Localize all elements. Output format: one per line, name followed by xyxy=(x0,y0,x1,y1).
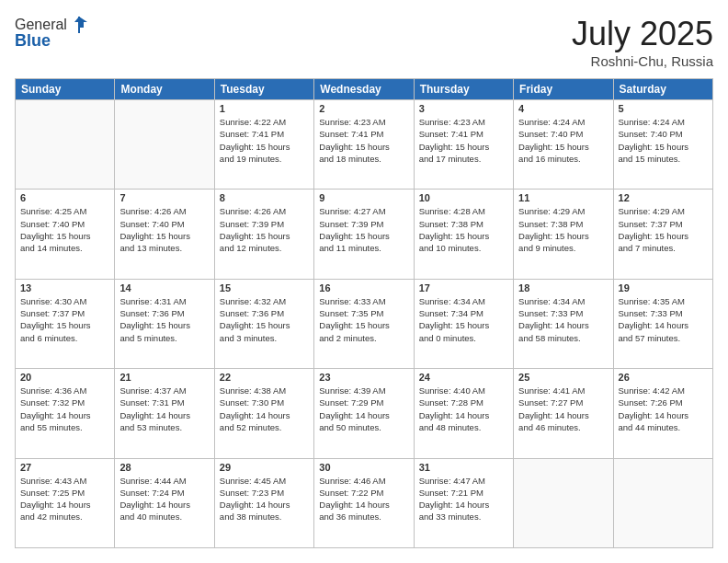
day-info: Sunrise: 4:26 AM Sunset: 7:40 PM Dayligh… xyxy=(119,205,209,254)
day-number: 27 xyxy=(20,462,109,473)
table-row: 10Sunrise: 4:28 AM Sunset: 7:38 PM Dayli… xyxy=(414,190,513,279)
table-row: 12Sunrise: 4:29 AM Sunset: 7:37 PM Dayli… xyxy=(613,190,712,279)
calendar-header-row: Sunday Monday Tuesday Wednesday Thursday… xyxy=(16,79,713,100)
day-info: Sunrise: 4:33 AM Sunset: 7:35 PM Dayligh… xyxy=(319,295,408,344)
day-number: 28 xyxy=(119,462,209,473)
day-number: 13 xyxy=(20,282,109,293)
day-info: Sunrise: 4:34 AM Sunset: 7:34 PM Dayligh… xyxy=(419,295,508,344)
table-row: 4Sunrise: 4:24 AM Sunset: 7:40 PM Daylig… xyxy=(514,100,613,190)
day-info: Sunrise: 4:30 AM Sunset: 7:37 PM Dayligh… xyxy=(20,295,109,344)
table-row: 21Sunrise: 4:37 AM Sunset: 7:31 PM Dayli… xyxy=(115,369,214,458)
day-number: 29 xyxy=(220,462,309,473)
col-wednesday: Wednesday xyxy=(314,79,414,100)
day-number: 19 xyxy=(619,282,708,293)
calendar-table: Sunday Monday Tuesday Wednesday Thursday… xyxy=(15,78,713,548)
day-number: 21 xyxy=(119,372,209,383)
day-info: Sunrise: 4:29 AM Sunset: 7:38 PM Dayligh… xyxy=(518,205,608,254)
day-number: 26 xyxy=(619,372,708,383)
table-row: 14Sunrise: 4:31 AM Sunset: 7:36 PM Dayli… xyxy=(115,279,214,368)
table-row: 31Sunrise: 4:47 AM Sunset: 7:21 PM Dayli… xyxy=(414,458,513,547)
day-number: 24 xyxy=(419,372,508,383)
day-number: 10 xyxy=(419,192,508,203)
day-info: Sunrise: 4:26 AM Sunset: 7:39 PM Dayligh… xyxy=(220,205,309,254)
day-info: Sunrise: 4:46 AM Sunset: 7:22 PM Dayligh… xyxy=(319,475,408,523)
day-info: Sunrise: 4:24 AM Sunset: 7:40 PM Dayligh… xyxy=(619,116,708,165)
day-info: Sunrise: 4:47 AM Sunset: 7:21 PM Dayligh… xyxy=(419,475,508,523)
day-number: 14 xyxy=(119,282,209,293)
table-row: 3Sunrise: 4:23 AM Sunset: 7:41 PM Daylig… xyxy=(414,100,513,190)
day-number: 18 xyxy=(518,282,608,293)
calendar-week-row: 27Sunrise: 4:43 AM Sunset: 7:25 PM Dayli… xyxy=(16,458,713,547)
day-info: Sunrise: 4:44 AM Sunset: 7:24 PM Dayligh… xyxy=(119,475,209,523)
day-number: 2 xyxy=(319,103,408,114)
title-location: Roshni-Chu, Russia xyxy=(572,53,713,69)
day-info: Sunrise: 4:25 AM Sunset: 7:40 PM Dayligh… xyxy=(20,205,109,254)
table-row: 26Sunrise: 4:42 AM Sunset: 7:26 PM Dayli… xyxy=(613,369,712,458)
day-info: Sunrise: 4:42 AM Sunset: 7:26 PM Dayligh… xyxy=(619,385,708,433)
day-info: Sunrise: 4:36 AM Sunset: 7:32 PM Dayligh… xyxy=(20,385,109,433)
table-row: 17Sunrise: 4:34 AM Sunset: 7:34 PM Dayli… xyxy=(414,279,513,368)
col-saturday: Saturday xyxy=(613,79,712,100)
svg-marker-0 xyxy=(74,17,87,28)
day-number: 7 xyxy=(119,192,209,203)
table-row: 18Sunrise: 4:34 AM Sunset: 7:33 PM Dayli… xyxy=(514,279,613,368)
table-row: 11Sunrise: 4:29 AM Sunset: 7:38 PM Dayli… xyxy=(514,190,613,279)
table-row: 19Sunrise: 4:35 AM Sunset: 7:33 PM Dayli… xyxy=(613,279,712,368)
table-row: 20Sunrise: 4:36 AM Sunset: 7:32 PM Dayli… xyxy=(16,369,115,458)
table-row: 23Sunrise: 4:39 AM Sunset: 7:29 PM Dayli… xyxy=(314,369,414,458)
table-row: 29Sunrise: 4:45 AM Sunset: 7:23 PM Dayli… xyxy=(214,458,313,547)
day-info: Sunrise: 4:45 AM Sunset: 7:23 PM Dayligh… xyxy=(220,475,309,523)
page: General Blue July 2025 Roshni-Chu, Russi… xyxy=(0,0,728,563)
header: General Blue July 2025 Roshni-Chu, Russi… xyxy=(15,15,713,69)
table-row: 2Sunrise: 4:23 AM Sunset: 7:41 PM Daylig… xyxy=(314,100,414,190)
calendar-week-row: 20Sunrise: 4:36 AM Sunset: 7:32 PM Dayli… xyxy=(16,369,713,458)
calendar-week-row: 6Sunrise: 4:25 AM Sunset: 7:40 PM Daylig… xyxy=(16,190,713,279)
table-row: 13Sunrise: 4:30 AM Sunset: 7:37 PM Dayli… xyxy=(16,279,115,368)
col-friday: Friday xyxy=(514,79,613,100)
table-row xyxy=(514,458,613,547)
title-block: July 2025 Roshni-Chu, Russia xyxy=(572,15,713,69)
table-row: 1Sunrise: 4:22 AM Sunset: 7:41 PM Daylig… xyxy=(214,100,313,190)
day-number: 6 xyxy=(20,192,109,203)
svg-rect-1 xyxy=(78,17,80,33)
day-number: 16 xyxy=(319,282,408,293)
table-row: 8Sunrise: 4:26 AM Sunset: 7:39 PM Daylig… xyxy=(214,190,313,279)
table-row: 25Sunrise: 4:41 AM Sunset: 7:27 PM Dayli… xyxy=(514,369,613,458)
logo: General Blue xyxy=(15,15,89,51)
col-tuesday: Tuesday xyxy=(214,79,313,100)
day-info: Sunrise: 4:43 AM Sunset: 7:25 PM Dayligh… xyxy=(20,475,109,523)
day-number: 23 xyxy=(319,372,408,383)
table-row: 24Sunrise: 4:40 AM Sunset: 7:28 PM Dayli… xyxy=(414,369,513,458)
day-number: 9 xyxy=(319,192,408,203)
day-number: 12 xyxy=(619,192,708,203)
day-number: 30 xyxy=(319,462,408,473)
table-row xyxy=(16,100,115,190)
table-row: 9Sunrise: 4:27 AM Sunset: 7:39 PM Daylig… xyxy=(314,190,414,279)
day-info: Sunrise: 4:23 AM Sunset: 7:41 PM Dayligh… xyxy=(319,116,408,165)
table-row: 5Sunrise: 4:24 AM Sunset: 7:40 PM Daylig… xyxy=(613,100,712,190)
day-info: Sunrise: 4:40 AM Sunset: 7:28 PM Dayligh… xyxy=(419,385,508,433)
table-row: 27Sunrise: 4:43 AM Sunset: 7:25 PM Dayli… xyxy=(16,458,115,547)
day-info: Sunrise: 4:39 AM Sunset: 7:29 PM Dayligh… xyxy=(319,385,408,433)
day-info: Sunrise: 4:32 AM Sunset: 7:36 PM Dayligh… xyxy=(220,295,309,344)
col-monday: Monday xyxy=(115,79,214,100)
table-row: 16Sunrise: 4:33 AM Sunset: 7:35 PM Dayli… xyxy=(314,279,414,368)
day-info: Sunrise: 4:35 AM Sunset: 7:33 PM Dayligh… xyxy=(619,295,708,344)
col-thursday: Thursday xyxy=(414,79,513,100)
day-number: 3 xyxy=(419,103,508,114)
day-info: Sunrise: 4:37 AM Sunset: 7:31 PM Dayligh… xyxy=(119,385,209,433)
day-info: Sunrise: 4:23 AM Sunset: 7:41 PM Dayligh… xyxy=(419,116,508,165)
table-row: 15Sunrise: 4:32 AM Sunset: 7:36 PM Dayli… xyxy=(214,279,313,368)
day-number: 31 xyxy=(419,462,508,473)
table-row xyxy=(613,458,712,547)
table-row: 30Sunrise: 4:46 AM Sunset: 7:22 PM Dayli… xyxy=(314,458,414,547)
day-number: 4 xyxy=(518,103,608,114)
day-info: Sunrise: 4:31 AM Sunset: 7:36 PM Dayligh… xyxy=(119,295,209,344)
day-info: Sunrise: 4:22 AM Sunset: 7:41 PM Dayligh… xyxy=(220,116,309,165)
calendar-week-row: 1Sunrise: 4:22 AM Sunset: 7:41 PM Daylig… xyxy=(16,100,713,190)
logo-flag-icon xyxy=(69,15,89,35)
day-info: Sunrise: 4:24 AM Sunset: 7:40 PM Dayligh… xyxy=(518,116,608,165)
table-row: 6Sunrise: 4:25 AM Sunset: 7:40 PM Daylig… xyxy=(16,190,115,279)
day-number: 20 xyxy=(20,372,109,383)
day-number: 15 xyxy=(220,282,309,293)
